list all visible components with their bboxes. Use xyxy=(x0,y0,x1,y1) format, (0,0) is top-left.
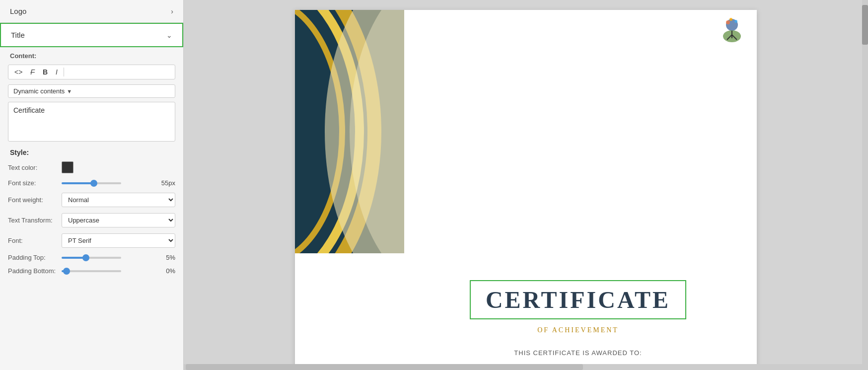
font-size-label: Font size: xyxy=(8,179,58,187)
text-color-row: Text color: xyxy=(0,158,183,176)
font-weight-select-wrap: Normal Bold Lighter xyxy=(62,193,175,207)
padding-top-row: Padding Top: 5% xyxy=(0,251,183,264)
padding-bottom-label: Padding Bottom: xyxy=(8,267,58,275)
certificate-awarded-text: THIS CERTIFICATE IS AWARDED TO: xyxy=(514,349,642,357)
preview-scrollbar-horizontal[interactable] xyxy=(184,364,862,370)
font-weight-label: Font weight: xyxy=(8,196,58,204)
content-text-area[interactable]: Certificate xyxy=(8,102,175,142)
certificate-wrapper: CERTIFICATE OF ACHIEVEMENT THIS CERTIFIC… xyxy=(295,10,757,370)
certificate-left-graphic xyxy=(295,10,404,253)
certificate-title-text: CERTIFICATE xyxy=(486,286,670,313)
title-chevron-down-icon: ⌄ xyxy=(166,31,172,39)
right-panel: CERTIFICATE OF ACHIEVEMENT THIS CERTIFIC… xyxy=(184,0,868,370)
certificate-content: CERTIFICATE OF ACHIEVEMENT THIS CERTIFIC… xyxy=(404,255,757,370)
strikethrough-button[interactable]: F xyxy=(28,67,37,77)
text-transform-select-wrap: Uppercase Lowercase Capitalize None xyxy=(62,213,175,227)
content-text-value: Certificate xyxy=(13,106,45,114)
padding-bottom-value: 0% xyxy=(166,267,175,275)
text-color-label: Text color: xyxy=(8,164,58,171)
padding-bottom-slider[interactable] xyxy=(62,270,121,272)
dynamic-contents-label: Dynamic contents xyxy=(13,87,65,95)
font-size-slider[interactable] xyxy=(62,182,121,184)
font-select[interactable]: PT Serif Arial Georgia Times New Roman xyxy=(62,233,175,248)
dynamic-contents-button[interactable]: Dynamic contents ▼ xyxy=(8,84,175,98)
left-panel: Logo › Title ⌄ Content: <> F B I Dynamic… xyxy=(0,0,184,370)
title-label: Title xyxy=(11,31,25,39)
cert-logo xyxy=(717,17,747,45)
title-panel-item[interactable]: Title ⌄ xyxy=(0,23,183,47)
text-toolbar: <> F B I xyxy=(8,65,175,79)
font-weight-row: Font weight: Normal Bold Lighter xyxy=(0,190,183,210)
padding-top-label: Padding Top: xyxy=(8,254,58,261)
text-color-swatch[interactable] xyxy=(62,161,73,173)
padding-bottom-slider-wrap xyxy=(62,270,162,272)
text-transform-row: Text Transform: Uppercase Lowercase Capi… xyxy=(0,210,183,230)
padding-top-value: 5% xyxy=(166,254,175,261)
certificate-subtitle: OF ACHIEVEMENT xyxy=(537,326,619,334)
svg-point-8 xyxy=(726,20,730,24)
dynamic-contents-arrow-icon: ▼ xyxy=(67,88,72,94)
logo-chevron-right-icon: › xyxy=(171,7,173,15)
toolbar-divider xyxy=(64,68,64,76)
font-size-row: Font size: 55px xyxy=(0,176,183,190)
svg-point-9 xyxy=(734,20,737,23)
bold-button[interactable]: B xyxy=(41,67,50,77)
code-button[interactable]: <> xyxy=(12,67,24,77)
padding-top-slider-wrap xyxy=(62,257,162,259)
font-row: Font: PT Serif Arial Georgia Times New R… xyxy=(0,230,183,251)
font-size-slider-wrap xyxy=(62,182,157,184)
padding-top-slider[interactable] xyxy=(62,257,121,259)
preview-container[interactable]: CERTIFICATE OF ACHIEVEMENT THIS CERTIFIC… xyxy=(184,0,868,370)
style-section-label: Style: xyxy=(0,144,183,158)
logo-panel-item[interactable]: Logo › xyxy=(0,0,183,23)
svg-point-10 xyxy=(729,18,732,21)
text-transform-label: Text Transform: xyxy=(8,217,58,224)
font-label: Font: xyxy=(8,237,58,244)
font-size-value: 55px xyxy=(161,179,175,187)
content-section-label: Content: xyxy=(0,47,183,62)
padding-bottom-row: Padding Bottom: 0% xyxy=(0,264,183,278)
font-select-wrap: PT Serif Arial Georgia Times New Roman xyxy=(62,233,175,248)
logo-label: Logo xyxy=(10,7,26,15)
italic-button[interactable]: I xyxy=(54,67,60,77)
preview-scrollbar-vertical[interactable] xyxy=(862,0,868,370)
certificate-title-box: CERTIFICATE xyxy=(470,280,686,319)
preview-scrollbar-horizontal-thumb xyxy=(186,364,583,370)
text-transform-select[interactable]: Uppercase Lowercase Capitalize None xyxy=(62,213,175,227)
preview-scrollbar-vertical-thumb xyxy=(862,5,868,45)
font-weight-select[interactable]: Normal Bold Lighter xyxy=(62,193,175,207)
